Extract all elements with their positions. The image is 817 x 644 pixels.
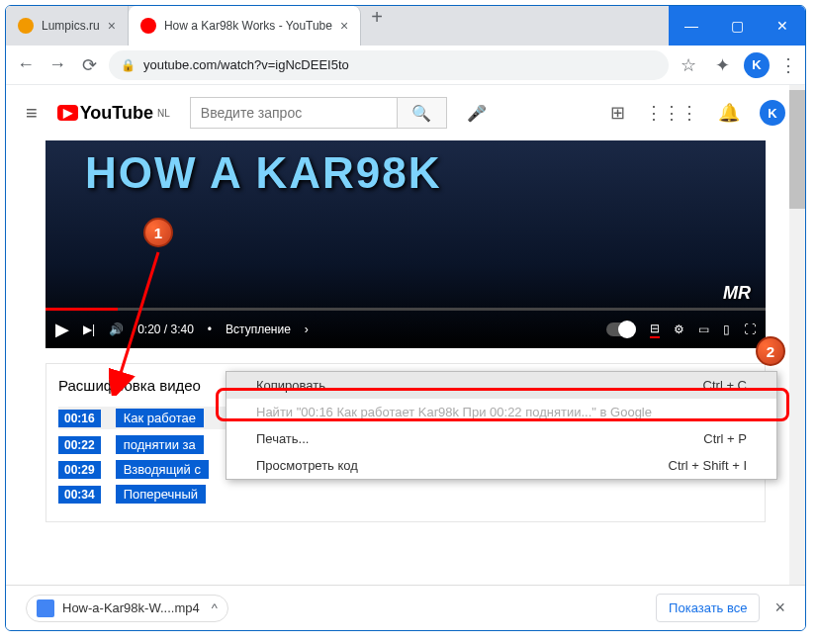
download-item[interactable]: How-a-Kar98k-W....mp4 ^ (26, 595, 228, 622)
tab-title: Lumpics.ru (42, 19, 100, 33)
notifications-icon[interactable]: 🔔 (718, 102, 740, 124)
player-controls: ▶ ▶| 🔊 0:20 / 3:40 • Вступление › ⊟ ⚙ ▭ … (45, 311, 766, 348)
downloads-bar: How-a-Kar98k-W....mp4 ^ Показать все × (6, 585, 805, 630)
context-print[interactable]: Печать... Ctrl + P (227, 425, 776, 452)
video-title-overlay: HOW A KAR98K (85, 148, 442, 198)
youtube-avatar[interactable]: K (760, 100, 785, 126)
youtube-logo[interactable]: ▶ YouTube NL (57, 103, 170, 124)
close-icon[interactable]: × (774, 598, 785, 618)
context-shortcut: Ctrl + C (703, 378, 747, 393)
header-actions: ⊞ ⋮⋮⋮ 🔔 K (610, 100, 785, 126)
transcript-title: Расшифровка видео (58, 377, 201, 394)
context-label: Найти "00:16 Как работает Kar98k При 00:… (256, 405, 652, 419)
close-icon[interactable]: × (340, 18, 348, 34)
transcript-text: поднятии за (116, 435, 204, 454)
play-button[interactable]: ▶ (55, 319, 69, 340)
create-icon[interactable]: ⊞ (610, 102, 625, 124)
context-inspect[interactable]: Просмотреть код Ctrl + Shift + I (227, 452, 776, 479)
context-copy[interactable]: Копировать Ctrl + C (227, 372, 776, 399)
new-tab-button[interactable]: + (361, 6, 393, 46)
timestamp: 00:34 (58, 486, 101, 504)
next-button[interactable]: ▶| (83, 322, 95, 336)
transcript-text: Как работае (116, 409, 204, 427)
back-button[interactable]: ← (14, 53, 38, 77)
fullscreen-button[interactable]: ⛶ (744, 322, 756, 336)
subtitles-button[interactable]: ⊟ (650, 322, 660, 338)
chevron-up-icon[interactable]: ^ (212, 600, 218, 615)
context-label: Просмотреть код (256, 458, 358, 473)
address-bar: ← → ⟳ 🔒 youtube.com/watch?v=igNcDEEI5to … (6, 46, 805, 85)
logo-text: YouTube (80, 103, 153, 124)
search-button[interactable]: 🔍 (398, 97, 447, 129)
settings-button[interactable]: ⚙ (674, 322, 684, 336)
youtube-header: ≡ ▶ YouTube NL 🔍 🎤 ⊞ ⋮⋮⋮ 🔔 K (6, 85, 805, 140)
browser-menu[interactable]: ⋮ (779, 54, 797, 76)
reload-button[interactable]: ⟳ (77, 53, 101, 77)
tab-strip: Lumpics.ru × How a Kar98k Works - YouTub… (6, 6, 669, 46)
miniplayer-button[interactable]: ▭ (698, 322, 709, 336)
play-icon: ▶ (57, 105, 78, 121)
search-box: 🔍 (190, 97, 447, 129)
context-label: Копировать (256, 378, 325, 393)
close-button[interactable]: ✕ (760, 6, 805, 46)
star-icon[interactable]: ☆ (677, 53, 700, 77)
toolbar-icons: ☆ ✦ K ⋮ (677, 52, 797, 78)
show-all-button[interactable]: Показать все (656, 594, 760, 622)
annotation-badge-1: 1 (143, 218, 173, 247)
tab-youtube[interactable]: How a Kar98k Works - YouTube × (129, 6, 361, 46)
transcript-text: Поперечный (116, 485, 206, 504)
lock-icon: 🔒 (121, 58, 136, 72)
transcript-row[interactable]: 00:34 Поперечный (58, 485, 753, 504)
forward-button[interactable]: → (45, 53, 69, 77)
timestamp: 00:29 (58, 461, 101, 479)
file-icon (37, 599, 54, 617)
chapter-label[interactable]: Вступление (226, 322, 291, 336)
annotation-badge-2: 2 (756, 336, 785, 366)
url-text: youtube.com/watch?v=igNcDEEI5to (143, 57, 349, 72)
chevron-right-icon: › (305, 322, 309, 336)
transcript-text: Взводящий с (116, 460, 209, 479)
watermark: MR (723, 283, 751, 304)
theater-button[interactable]: ▯ (723, 322, 730, 336)
context-search[interactable]: Найти "00:16 Как работает Kar98k При 00:… (227, 399, 776, 425)
mic-icon[interactable]: 🎤 (467, 104, 487, 123)
browser-window: Lumpics.ru × How a Kar98k Works - YouTub… (5, 5, 806, 631)
download-filename: How-a-Kar98k-W....mp4 (62, 600, 200, 615)
titlebar: Lumpics.ru × How a Kar98k Works - YouTub… (6, 6, 805, 46)
menu-icon[interactable]: ≡ (26, 102, 38, 125)
autoplay-toggle[interactable] (606, 322, 636, 336)
favicon (140, 18, 156, 34)
window-controls: — ▢ ✕ (669, 6, 805, 46)
search-input[interactable] (190, 97, 398, 129)
context-label: Печать... (256, 431, 309, 446)
minimize-button[interactable]: — (669, 6, 714, 46)
context-menu: Копировать Ctrl + C Найти "00:16 Как раб… (226, 371, 777, 480)
logo-region: NL (157, 108, 170, 119)
scrollbar[interactable] (789, 85, 805, 585)
apps-icon[interactable]: ⋮⋮⋮ (645, 102, 698, 124)
tab-lumpics[interactable]: Lumpics.ru × (6, 6, 129, 46)
volume-button[interactable]: 🔊 (109, 322, 124, 336)
maximize-button[interactable]: ▢ (714, 6, 760, 46)
tab-title: How a Kar98k Works - YouTube (164, 19, 332, 33)
close-icon[interactable]: × (108, 18, 116, 34)
context-shortcut: Ctrl + P (703, 431, 747, 446)
timestamp: 00:16 (58, 410, 101, 427)
context-shortcut: Ctrl + Shift + I (669, 458, 747, 473)
url-input[interactable]: 🔒 youtube.com/watch?v=igNcDEEI5to (109, 50, 669, 80)
extensions-icon[interactable]: ✦ (710, 53, 734, 77)
time-display: 0:20 / 3:40 (137, 322, 194, 336)
timestamp: 00:22 (58, 436, 101, 454)
favicon (18, 18, 34, 34)
profile-avatar[interactable]: K (744, 52, 770, 78)
